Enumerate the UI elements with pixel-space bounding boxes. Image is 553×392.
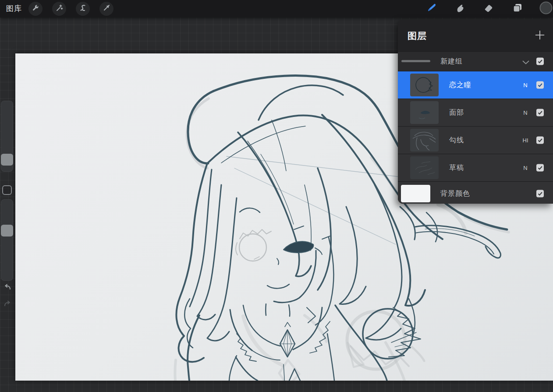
selection-icon	[79, 4, 87, 14]
undo-button[interactable]	[2, 283, 13, 293]
layer-visibility-checkbox[interactable]	[536, 190, 544, 197]
opacity-slider-handle[interactable]	[1, 225, 13, 237]
group-thumbnail	[401, 60, 430, 62]
color-swatch	[539, 1, 553, 16]
layer-name: 草稿	[449, 163, 464, 173]
color-swatch-button[interactable]	[539, 3, 553, 15]
layers-icon	[512, 2, 523, 15]
brush-tool-button[interactable]	[425, 3, 438, 15]
layer-visibility-checkbox[interactable]	[536, 109, 544, 117]
wrench-icon	[32, 4, 39, 14]
layer-blend-mode[interactable]: N	[519, 165, 532, 171]
undo-icon	[3, 283, 12, 294]
layer-blend-mode[interactable]: N	[519, 82, 532, 88]
layers-panel-button[interactable]	[511, 3, 524, 15]
layers-panel-title: 图层	[408, 30, 427, 42]
actions-button[interactable]	[28, 2, 43, 16]
add-layer-icon	[535, 30, 545, 42]
layer-blend-mode[interactable]: N	[519, 109, 532, 116]
chevron-down-icon[interactable]	[522, 59, 530, 64]
eraser-icon	[483, 3, 494, 15]
group-name: 新建组	[440, 57, 463, 66]
layer-visibility-checkbox[interactable]	[536, 81, 544, 89]
layer-visibility-checkbox[interactable]	[536, 137, 544, 144]
selection-button[interactable]	[76, 2, 90, 16]
redo-button[interactable]	[2, 300, 13, 310]
layer-thumbnail	[410, 101, 439, 124]
layer-name: 恋之瞳	[449, 81, 471, 90]
smudge-tool-button[interactable]	[454, 3, 467, 15]
layer-thumbnail	[410, 156, 439, 179]
magic-wand-icon	[55, 4, 63, 14]
brush-size-slider-handle[interactable]	[1, 154, 13, 166]
layers-panel: 图层 新建组 恋之瞳 N 面部 N	[398, 19, 553, 204]
layer-blend-mode[interactable]: HI	[519, 137, 532, 144]
transform-icon	[103, 4, 110, 14]
add-layer-button[interactable]	[535, 31, 545, 41]
group-visibility-checkbox[interactable]	[536, 58, 544, 65]
eraser-tool-button[interactable]	[482, 3, 495, 15]
background-color-row[interactable]: 背景颜色	[398, 181, 553, 204]
layer-group-row[interactable]: 新建组	[398, 51, 553, 71]
redo-icon	[3, 299, 12, 311]
layer-name: 面部	[449, 108, 464, 117]
modify-button[interactable]	[2, 185, 12, 195]
layer-row-lianzhitong[interactable]: 恋之瞳 N	[398, 71, 553, 99]
layer-name: 背景颜色	[440, 189, 470, 198]
brush-icon	[426, 2, 437, 15]
layer-visibility-checkbox[interactable]	[536, 164, 544, 172]
layer-row-gouxian[interactable]: 勾线 HI	[398, 126, 553, 154]
layer-row-caogao[interactable]: 草稿 N	[398, 154, 553, 181]
layer-row-mianbu[interactable]: 面部 N	[398, 99, 553, 126]
gallery-button[interactable]: 图库	[6, 0, 22, 18]
layer-name: 勾线	[449, 136, 464, 145]
layer-thumbnail	[410, 74, 439, 96]
opacity-slider[interactable]	[1, 199, 13, 281]
top-toolbar: 图库	[0, 0, 553, 18]
transform-button[interactable]	[99, 2, 113, 16]
background-color-thumbnail	[401, 185, 430, 202]
smudge-icon	[455, 3, 465, 15]
layer-thumbnail	[410, 129, 439, 152]
adjustments-button[interactable]	[52, 2, 66, 16]
layers-panel-header: 图层	[398, 19, 553, 51]
